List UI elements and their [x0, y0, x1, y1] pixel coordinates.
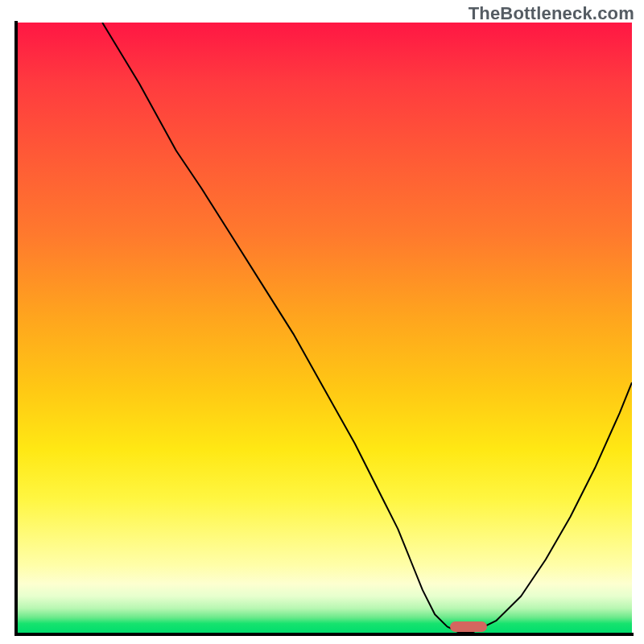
plot-background-gradient	[16, 23, 632, 633]
optimal-marker	[450, 621, 487, 632]
watermark-text: TheBottleneck.com	[469, 3, 634, 24]
chart-container: TheBottleneck.com	[0, 0, 644, 644]
